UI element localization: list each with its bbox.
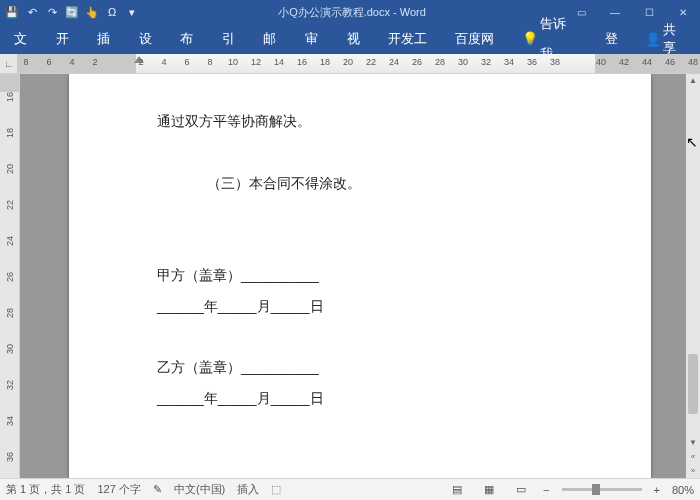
redo-icon[interactable]: ↷	[44, 4, 60, 20]
ruler-tick: 22	[5, 200, 15, 210]
tab-baidu[interactable]: 百度网盘	[447, 24, 514, 54]
ruler-tick: 14	[274, 57, 284, 67]
scroll-up-icon[interactable]: ▲	[686, 74, 700, 88]
ruler-tick: 18	[320, 57, 330, 67]
zoom-in-button[interactable]: +	[654, 484, 660, 496]
ruler-tick: 8	[23, 57, 28, 67]
ruler-tick: 10	[228, 57, 238, 67]
paragraph[interactable]: ______年_____月_____日	[157, 291, 563, 322]
ruler-tick: 28	[435, 57, 445, 67]
ribbon-tabs: 文件 开始 插入 设计 布局 引用 邮件 审阅 视图 开发工具 百度网盘 💡 告…	[0, 24, 700, 54]
vertical-ruler[interactable]: 161820222426283032343638	[0, 74, 20, 478]
ruler-tick: 40	[596, 57, 606, 67]
minimize-icon[interactable]: —	[598, 0, 632, 24]
paragraph[interactable]: （三）本合同不得涂改。	[157, 168, 563, 199]
tab-review[interactable]: 审阅	[297, 24, 339, 54]
macro-icon[interactable]: ⬚	[271, 483, 281, 496]
ruler-tick: 28	[5, 308, 15, 318]
tab-references[interactable]: 引用	[214, 24, 256, 54]
ruler-tick: 6	[46, 57, 51, 67]
prev-page-icon[interactable]: «	[686, 450, 700, 464]
qat-dropdown-icon[interactable]: ▾	[124, 4, 140, 20]
share-label: 共享	[663, 21, 688, 57]
ruler-tick: 38	[550, 57, 560, 67]
paragraph[interactable]: 乙方（盖章）__________	[157, 352, 563, 383]
ruler-tick: 8	[207, 57, 212, 67]
word-count[interactable]: 127 个字	[97, 482, 140, 497]
tab-layout[interactable]: 布局	[172, 24, 214, 54]
omega-icon[interactable]: Ω	[104, 4, 120, 20]
ruler-margin-left	[18, 54, 136, 73]
ruler-tick: 32	[481, 57, 491, 67]
read-mode-icon[interactable]: ▤	[447, 482, 467, 498]
ruler-tick: 20	[343, 57, 353, 67]
ruler-tick: 16	[5, 92, 15, 102]
ruler-tick: 16	[297, 57, 307, 67]
page-number[interactable]: 第 1 页，共 1 页	[6, 482, 85, 497]
ruler-tick: 32	[5, 380, 15, 390]
scroll-thumb[interactable]	[688, 354, 698, 414]
ruler-tick: 26	[5, 272, 15, 282]
next-page-icon[interactable]: »	[686, 464, 700, 478]
ruler-tick: 24	[389, 57, 399, 67]
document-page[interactable]: 通过双方平等协商解决。 （三）本合同不得涂改。 甲方（盖章）__________…	[69, 74, 651, 478]
ruler-tick: 2	[92, 57, 97, 67]
language[interactable]: 中文(中国)	[174, 482, 225, 497]
ruler-tick: 30	[5, 344, 15, 354]
ruler-tick: 4	[69, 57, 74, 67]
tab-selector[interactable]: ∟	[0, 54, 18, 74]
quick-access-toolbar: 💾 ↶ ↷ 🔄 👆 Ω ▾	[0, 4, 140, 20]
touch-mode-icon[interactable]: 👆	[84, 4, 100, 20]
tab-home[interactable]: 开始	[48, 24, 90, 54]
save-icon[interactable]: 💾	[4, 4, 20, 20]
zoom-out-button[interactable]: −	[543, 484, 549, 496]
workspace: 161820222426283032343638 通过双方平等协商解决。 （三）…	[0, 74, 700, 478]
person-icon: 👤	[645, 32, 661, 47]
paragraph[interactable]: 甲方（盖章）__________	[157, 260, 563, 291]
ruler-tick: 48	[688, 57, 698, 67]
ruler-tick: 18	[5, 128, 15, 138]
document-title: 小Q办公演示教程.docx - Word	[140, 5, 564, 20]
ruler-tick: 34	[504, 57, 514, 67]
insert-mode[interactable]: 插入	[237, 482, 259, 497]
vertical-scrollbar[interactable]: ▲ ▼ « »	[686, 74, 700, 478]
ruler-margin-top	[0, 74, 19, 92]
tab-view[interactable]: 视图	[339, 24, 381, 54]
title-bar: 💾 ↶ ↷ 🔄 👆 Ω ▾ 小Q办公演示教程.docx - Word ▭ — ☐…	[0, 0, 700, 24]
ruler-tick: 26	[412, 57, 422, 67]
tab-developer[interactable]: 开发工具	[380, 24, 447, 54]
lightbulb-icon: 💡	[522, 24, 538, 54]
status-bar: 第 1 页，共 1 页 127 个字 ✎ 中文(中国) 插入 ⬚ ▤ ▦ ▭ −…	[0, 478, 700, 500]
tab-design[interactable]: 设计	[131, 24, 173, 54]
horizontal-ruler[interactable]: ∟ 86422468101214161820222426283032343638…	[0, 54, 700, 74]
ruler-tick: 22	[366, 57, 376, 67]
ruler-tick: 42	[619, 57, 629, 67]
print-layout-icon[interactable]: ▦	[479, 482, 499, 498]
tab-mailings[interactable]: 邮件	[255, 24, 297, 54]
ruler-tick: 30	[458, 57, 468, 67]
ruler-tick: 2	[138, 57, 143, 67]
ruler-tick: 24	[5, 236, 15, 246]
ruler-tick: 46	[665, 57, 675, 67]
sync-icon[interactable]: 🔄	[64, 4, 80, 20]
zoom-level[interactable]: 80%	[672, 484, 694, 496]
paragraph[interactable]: 通过双方平等协商解决。	[157, 106, 563, 137]
paragraph[interactable]: ______年_____月_____日	[157, 383, 563, 414]
tab-file[interactable]: 文件	[6, 24, 48, 54]
ruler-tick: 36	[527, 57, 537, 67]
undo-icon[interactable]: ↶	[24, 4, 40, 20]
tell-me[interactable]: 💡 告诉我...	[514, 24, 597, 54]
scroll-down-icon[interactable]: ▼	[686, 436, 700, 450]
web-layout-icon[interactable]: ▭	[511, 482, 531, 498]
share-button[interactable]: 👤 共享	[639, 21, 694, 57]
zoom-slider[interactable]	[562, 488, 642, 491]
page-area: 通过双方平等协商解决。 （三）本合同不得涂改。 甲方（盖章）__________…	[20, 74, 700, 478]
ruler-tick: 6	[184, 57, 189, 67]
proofing-icon[interactable]: ✎	[153, 483, 162, 496]
ruler-tick: 12	[251, 57, 261, 67]
ruler-tick: 4	[161, 57, 166, 67]
tab-insert[interactable]: 插入	[89, 24, 131, 54]
signin-button[interactable]: 登录	[597, 24, 639, 54]
ruler-tick: 34	[5, 416, 15, 426]
zoom-knob[interactable]	[592, 484, 600, 495]
